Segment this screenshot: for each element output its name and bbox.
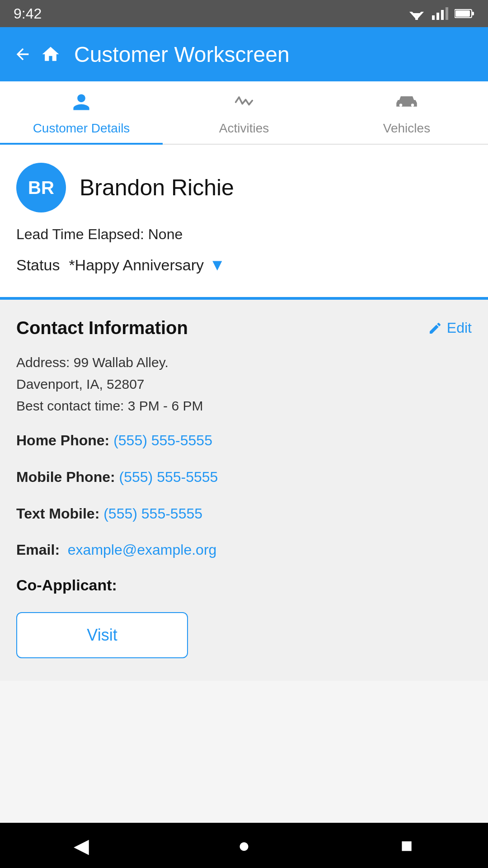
mobile-phone-label: Mobile Phone: — [16, 469, 115, 485]
svg-rect-4 — [432, 15, 435, 20]
contact-section: Contact Information Edit Address: 99 Wal… — [0, 300, 488, 681]
pencil-icon — [428, 321, 442, 335]
co-applicant-label: Co-Applicant: — [16, 576, 472, 594]
edit-label: Edit — [447, 320, 472, 336]
svg-rect-10 — [455, 10, 470, 17]
tab-activities-label: Activities — [219, 121, 269, 136]
app-bar-title: Customer Workscreen — [74, 42, 290, 67]
nav-recents-button[interactable]: ■ — [389, 827, 425, 863]
customer-header: BR Brandon Richie — [16, 163, 472, 212]
status-value: *Happy Anniversary — [69, 256, 204, 274]
tab-bar: Customer Details Activities Vehicles — [0, 81, 488, 145]
status-row: Status *Happy Anniversary ▼ — [16, 255, 472, 274]
chevron-down-icon: ▼ — [209, 255, 225, 274]
edit-button[interactable]: Edit — [428, 320, 472, 336]
bottom-nav: ◀ ● ■ — [0, 823, 488, 868]
tab-vehicles-label: Vehicles — [383, 121, 430, 136]
address-line2: Davenport, IA, 52807 — [16, 373, 472, 395]
status-bar: 9:42 — [0, 0, 488, 27]
avatar: BR — [16, 163, 66, 212]
customer-name: Brandon Richie — [80, 175, 234, 201]
signal-icon — [432, 7, 448, 20]
text-mobile-field: Text Mobile: (555) 555-5555 — [16, 504, 472, 524]
status-time: 9:42 — [14, 5, 42, 22]
home-phone-link[interactable]: (555) 555-5555 — [113, 432, 212, 448]
best-contact-time: Best contact time: 3 PM - 6 PM — [16, 395, 472, 417]
tab-vehicles[interactable]: Vehicles — [325, 81, 488, 144]
nav-back-button[interactable]: ◀ — [63, 827, 99, 863]
email-link[interactable]: example@example.org — [68, 542, 217, 558]
contact-address: Address: 99 Wallab Alley. Davenport, IA,… — [16, 352, 472, 417]
tab-customer-details-label: Customer Details — [33, 121, 130, 136]
person-icon — [71, 92, 91, 117]
svg-rect-5 — [436, 13, 439, 20]
status-dropdown[interactable]: *Happy Anniversary ▼ — [69, 255, 225, 274]
car-icon — [395, 92, 418, 117]
customer-section: BR Brandon Richie Lead Time Elapsed: Non… — [0, 145, 488, 297]
svg-rect-6 — [441, 10, 444, 20]
contact-header: Contact Information Edit — [16, 318, 472, 338]
mobile-phone-field: Mobile Phone: (555) 555-5555 — [16, 467, 472, 487]
svg-rect-7 — [446, 7, 448, 20]
address-line1: Address: 99 Wallab Alley. — [16, 352, 472, 373]
activity-icon — [234, 92, 254, 117]
wifi-icon — [408, 7, 426, 20]
back-button[interactable] — [14, 45, 32, 63]
home-phone-label: Home Phone: — [16, 432, 109, 448]
visit-button[interactable]: Visit — [16, 612, 188, 658]
app-bar: Customer Workscreen — [0, 27, 488, 81]
status-label: Status — [16, 256, 60, 274]
tab-customer-details[interactable]: Customer Details — [0, 81, 163, 144]
email-field: Email: example@example.org — [16, 540, 472, 560]
contact-info-title: Contact Information — [16, 318, 188, 338]
svg-rect-9 — [472, 12, 474, 15]
lead-time: Lead Time Elapsed: None — [16, 226, 472, 243]
text-mobile-label: Text Mobile: — [16, 505, 99, 522]
mobile-phone-link[interactable]: (555) 555-5555 — [119, 469, 218, 485]
email-label: Email: — [16, 542, 60, 558]
text-mobile-link[interactable]: (555) 555-5555 — [103, 505, 202, 522]
home-button[interactable] — [41, 44, 61, 64]
status-icons — [408, 7, 474, 20]
tab-activities[interactable]: Activities — [163, 81, 325, 144]
nav-home-button[interactable]: ● — [226, 827, 262, 863]
home-phone-field: Home Phone: (555) 555-5555 — [16, 430, 472, 451]
battery-icon — [455, 8, 474, 19]
